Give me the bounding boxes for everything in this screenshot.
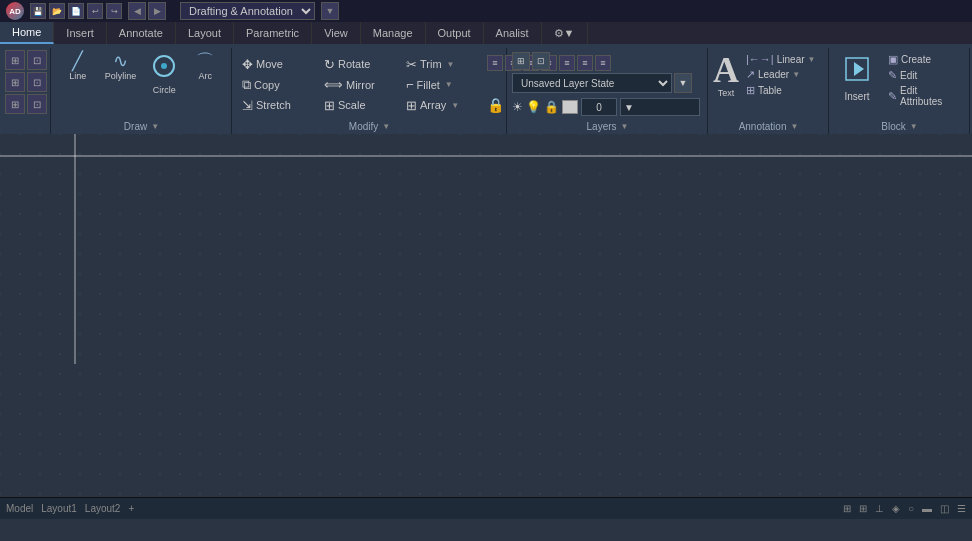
status-qprops[interactable]: ☰: [957, 503, 966, 514]
ribbon-content: ⊞ ⊡ ⊞ ⊡ ⊞ ⊡ ╱ Line ∿ Polyline: [0, 44, 972, 134]
layer-name-field[interactable]: ▼: [620, 98, 700, 116]
tab-manage[interactable]: Manage: [361, 22, 426, 44]
layers-group-label[interactable]: Layers ▼: [587, 119, 629, 132]
mirror-icon: ⟺: [324, 77, 343, 92]
mirror-button[interactable]: ⟺ Mirror: [319, 75, 399, 95]
app-logo: AD: [6, 2, 24, 20]
status-transparency[interactable]: ◫: [940, 503, 949, 514]
tool-icon-5[interactable]: ⊞: [5, 94, 25, 114]
tool-icon-3[interactable]: ⊞: [5, 72, 25, 92]
leader-button[interactable]: ↗ Leader ▼: [743, 67, 818, 82]
status-model[interactable]: Model: [6, 503, 33, 514]
block-sub-items: ▣ Create ✎ Edit ✎ Edit Attributes: [884, 52, 965, 108]
status-snap[interactable]: ⊞: [843, 503, 851, 514]
draw-group-label[interactable]: Draw ▼: [124, 119, 159, 132]
save-icon[interactable]: 💾: [30, 3, 46, 19]
circle-button[interactable]: Circle: [144, 50, 184, 97]
open-icon[interactable]: 📂: [49, 3, 65, 19]
edit-attr-icon: ✎: [888, 90, 897, 103]
layer-state-dropdown[interactable]: Unsaved Layer State: [512, 73, 672, 93]
status-polar[interactable]: ◈: [892, 503, 900, 514]
polyline-button[interactable]: ∿ Polyline: [99, 50, 143, 83]
status-grid[interactable]: ⊞: [859, 503, 867, 514]
create-icon: ▣: [888, 53, 898, 66]
status-layout2[interactable]: Layout2: [85, 503, 121, 514]
layer-sun-icon[interactable]: ☀: [512, 100, 523, 114]
extra-icon-1[interactable]: ≡: [487, 55, 503, 71]
workspace-selector[interactable]: Drafting & Annotation: [180, 2, 315, 20]
block-group-label[interactable]: Block ▼: [881, 119, 917, 132]
stretch-icon: ⇲: [242, 98, 253, 113]
undo-icon[interactable]: ↩: [87, 3, 103, 19]
tool-icon-6[interactable]: ⊡: [27, 94, 47, 114]
status-lineweight[interactable]: ▬: [922, 503, 932, 514]
lock-icon[interactable]: 🔒: [487, 97, 504, 113]
tab-view[interactable]: View: [312, 22, 361, 44]
annotation-group: A Text |←→| Linear ▼ ↗ Leader ▼ ⊞ Table: [709, 48, 829, 134]
tab-layout[interactable]: Layout: [176, 22, 234, 44]
layer-prev-icon[interactable]: ⊡: [532, 52, 550, 70]
tab-analist[interactable]: Analist: [484, 22, 542, 44]
tool-icon-2[interactable]: ⊡: [27, 50, 47, 70]
scale-button[interactable]: ⊞ Scale: [319, 96, 399, 115]
copy-button[interactable]: ⧉ Copy: [237, 75, 317, 95]
draw-group: ╱ Line ∿ Polyline Circle ⌒ Arc Draw ▼: [52, 48, 232, 134]
status-osnap[interactable]: ○: [908, 503, 914, 514]
fillet-arrow: ▼: [445, 80, 453, 89]
linear-button[interactable]: |←→| Linear ▼: [743, 52, 818, 66]
redo-icon[interactable]: ↪: [106, 3, 122, 19]
add-layout-icon: +: [128, 503, 134, 514]
grid: [0, 134, 972, 497]
status-layout1[interactable]: Layout1: [41, 503, 77, 514]
rotate-icon: ↻: [324, 57, 335, 72]
arc-button[interactable]: ⌒ Arc: [186, 50, 224, 83]
status-ortho[interactable]: ⊥: [875, 503, 884, 514]
rotate-button[interactable]: ↻ Rotate: [319, 55, 399, 74]
tab-home[interactable]: Home: [0, 22, 54, 44]
tool-icon-4[interactable]: ⊡: [27, 72, 47, 92]
title-bar: AD 💾 📂 📄 ↩ ↪ ◀ ▶ Drafting & Annotation ▼: [0, 0, 972, 22]
array-button[interactable]: ⊞ Array ▼: [401, 96, 481, 115]
workspace-arrow[interactable]: ▼: [321, 2, 339, 20]
line-label: Line: [69, 71, 86, 81]
fillet-button[interactable]: ⌐ Fillet ▼: [401, 75, 481, 95]
polyline-icon: ∿: [113, 52, 128, 70]
circle-label: Circle: [153, 85, 176, 95]
insert-label: Insert: [844, 91, 869, 102]
linear-arrow: ▼: [808, 55, 816, 64]
status-plus[interactable]: +: [128, 503, 134, 514]
fwd-arrow[interactable]: ▶: [148, 2, 166, 20]
tab-output[interactable]: Output: [426, 22, 484, 44]
layer-lock-icon[interactable]: 🔒: [544, 100, 559, 114]
layer-mgr-icon[interactable]: ⊞: [512, 52, 530, 70]
modify-group-label[interactable]: Modify ▼: [349, 119, 390, 132]
tab-insert[interactable]: Insert: [54, 22, 107, 44]
create-button[interactable]: ▣ Create: [884, 52, 965, 67]
edit-attributes-button[interactable]: ✎ Edit Attributes: [884, 84, 965, 108]
edit-button[interactable]: ✎ Edit: [884, 68, 965, 83]
insert-button[interactable]: Insert: [834, 52, 880, 104]
layer-dropdown-arrow[interactable]: ▼: [674, 73, 692, 93]
move-button[interactable]: ✥ Move: [237, 55, 317, 74]
new-icon[interactable]: 📄: [68, 3, 84, 19]
layout1-label: Layout1: [41, 503, 77, 514]
table-button[interactable]: ⊞ Table: [743, 83, 818, 98]
layer-bulb-icon[interactable]: 💡: [526, 100, 541, 114]
annotation-group-label[interactable]: Annotation ▼: [739, 119, 799, 132]
tab-extra[interactable]: ⚙▼: [542, 22, 588, 44]
annotation-sub-items: |←→| Linear ▼ ↗ Leader ▼ ⊞ Table: [743, 52, 818, 98]
scale-icon: ⊞: [324, 98, 335, 113]
drawing-canvas[interactable]: [0, 134, 972, 497]
svg-point-1: [161, 63, 167, 69]
insert-icon: [842, 54, 872, 89]
back-arrow[interactable]: ◀: [128, 2, 146, 20]
tab-parametric[interactable]: Parametric: [234, 22, 312, 44]
text-label: Text: [718, 88, 735, 98]
stretch-button[interactable]: ⇲ Stretch: [237, 96, 317, 115]
trim-button[interactable]: ✂ Trim ▼: [401, 55, 481, 74]
tab-annotate[interactable]: Annotate: [107, 22, 176, 44]
line-button[interactable]: ╱ Line: [59, 50, 97, 83]
text-button[interactable]: A Text: [713, 52, 739, 98]
tool-icon-1[interactable]: ⊞: [5, 50, 25, 70]
layer-color-box[interactable]: [562, 100, 578, 114]
